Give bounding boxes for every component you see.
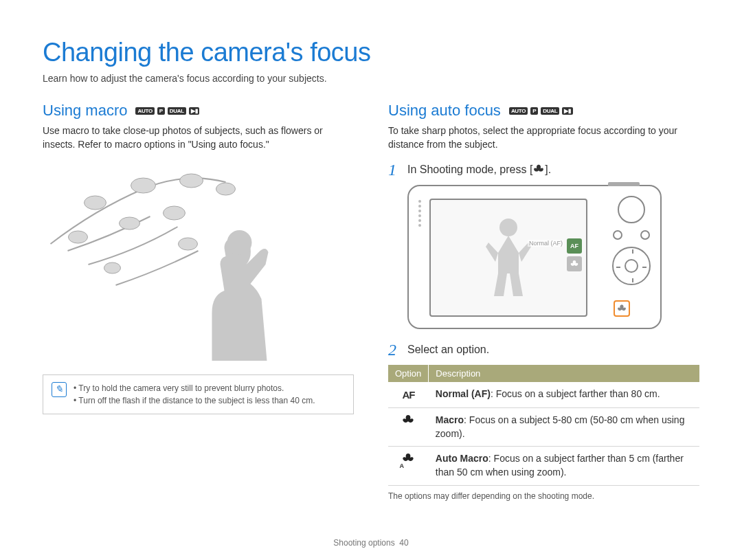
- step-2-text: Select an option.: [407, 341, 489, 358]
- auto-macro-icon: A: [401, 452, 415, 469]
- table-row: Macro: Focus on a subject 5-80 cm (50-80…: [388, 408, 699, 447]
- camera-shutter-ridge: [608, 182, 640, 186]
- right-column: Using auto focus AUTO P DUAL ▶▮ To take …: [388, 102, 699, 501]
- screen-person-icon: [484, 215, 532, 300]
- camera-screen: Normal (AF) AF: [429, 199, 587, 317]
- left-heading-row: Using macro AUTO P DUAL ▶▮: [43, 102, 354, 120]
- svg-point-1: [131, 178, 156, 193]
- mode-p-icon: P: [157, 107, 165, 115]
- option-desc: : Focus on a subject 5-80 cm (50-80 cm w…: [436, 414, 685, 439]
- svg-point-5: [164, 206, 186, 220]
- table-head-description: Description: [429, 365, 699, 382]
- page-footer: Shooting options 40: [0, 538, 742, 548]
- camera-body: Normal (AF) AF: [407, 185, 662, 329]
- step-1-prefix: In Shooting mode, press [: [407, 164, 532, 175]
- camera-mode-dial: [618, 196, 645, 223]
- focus-options-table: Option Description AF Normal (AF): Focus…: [388, 365, 699, 486]
- left-column: Using macro AUTO P DUAL ▶▮ Use macro to …: [43, 102, 354, 501]
- camera-macro-button-highlight: [614, 300, 630, 317]
- step-2: 2 Select an option.: [388, 341, 699, 358]
- using-autofocus-body: To take sharp photos, select the appropr…: [388, 124, 699, 152]
- macro-button-icon: [532, 164, 545, 175]
- mode-auto-icon: AUTO: [135, 107, 154, 115]
- mode-dual-icon: DUAL: [541, 107, 559, 115]
- af-icon: AF: [402, 389, 414, 401]
- af-option-selected: AF: [567, 238, 582, 254]
- camera-dpad: [612, 247, 651, 285]
- svg-point-4: [120, 217, 140, 229]
- option-desc-cell: Normal (AF): Focus on a subject farther …: [429, 382, 699, 408]
- mode-icons-right: AUTO P DUAL ▶▮: [509, 107, 573, 115]
- option-name: Normal (AF): [436, 388, 491, 399]
- camera-controls: [612, 196, 651, 285]
- option-icon-cell: [388, 408, 429, 447]
- svg-point-2: [180, 174, 203, 188]
- macro-illustration: [43, 161, 354, 361]
- step-1-suffix: ].: [545, 164, 551, 175]
- mode-video-icon: ▶▮: [189, 107, 199, 115]
- camera-small-button: [613, 230, 622, 240]
- macro-icon: [401, 417, 415, 428]
- camera-speaker-dots: [416, 200, 424, 317]
- option-desc-cell: Auto Macro: Focus on a subject farther t…: [429, 447, 699, 485]
- svg-point-10: [499, 219, 517, 236]
- svg-point-0: [85, 196, 106, 210]
- table-head-option: Option: [388, 365, 429, 382]
- mode-dual-icon: DUAL: [168, 107, 186, 115]
- af-option-macro: [567, 256, 582, 271]
- step-1: 1 In Shooting mode, press [].: [388, 161, 699, 178]
- step-number: 1: [388, 161, 401, 178]
- tip-item: Try to hold the camera very still to pre…: [74, 382, 315, 394]
- svg-point-7: [104, 262, 121, 273]
- table-row: AF Normal (AF): Focus on a subject farth…: [388, 382, 699, 408]
- option-icon-cell: AF: [388, 382, 429, 408]
- two-column-layout: Using macro AUTO P DUAL ▶▮ Use macro to …: [43, 102, 699, 501]
- mode-auto-icon: AUTO: [509, 107, 528, 115]
- using-autofocus-heading: Using auto focus: [388, 102, 501, 120]
- option-name: Macro: [436, 414, 464, 425]
- svg-point-9: [227, 230, 252, 255]
- using-macro-heading: Using macro: [43, 102, 127, 120]
- right-heading-row: Using auto focus AUTO P DUAL ▶▮: [388, 102, 699, 120]
- tip-box: ✎ Try to hold the camera very still to p…: [43, 374, 354, 414]
- camera-small-button: [640, 230, 650, 240]
- tip-item: Turn off the flash if the distance to th…: [74, 394, 315, 407]
- mode-video-icon: ▶▮: [562, 107, 572, 115]
- using-macro-body: Use macro to take close-up photos of sub…: [43, 124, 354, 152]
- footer-section: Shooting options: [333, 538, 394, 548]
- svg-point-8: [179, 238, 198, 250]
- screen-af-label: Normal (AF): [528, 240, 564, 247]
- footer-page-number: 40: [399, 538, 408, 548]
- screen-af-options: AF: [567, 238, 582, 271]
- mode-p-icon: P: [530, 107, 538, 115]
- option-desc-cell: Macro: Focus on a subject 5-80 cm (50-80…: [429, 408, 699, 447]
- table-row: A Auto Macro: Focus on a subject farther…: [388, 447, 699, 485]
- options-footnote: The options may differ depending on the …: [388, 491, 699, 501]
- step-number: 2: [388, 341, 401, 358]
- step-1-text: In Shooting mode, press [].: [407, 161, 551, 178]
- tip-list: Try to hold the camera very still to pre…: [74, 382, 315, 407]
- svg-point-6: [69, 231, 88, 243]
- camera-diagram: Normal (AF) AF: [388, 185, 699, 329]
- note-icon: ✎: [52, 382, 67, 397]
- svg-point-3: [216, 183, 236, 195]
- page-title: Changing the camera's focus: [43, 38, 699, 67]
- option-name: Auto Macro: [436, 453, 488, 464]
- mode-icons-left: AUTO P DUAL ▶▮: [135, 107, 199, 115]
- option-icon-cell: A: [388, 447, 429, 485]
- page-subtitle: Learn how to adjust the camera's focus a…: [43, 73, 699, 84]
- option-desc: : Focus on a subject farther than 80 cm.: [491, 388, 660, 399]
